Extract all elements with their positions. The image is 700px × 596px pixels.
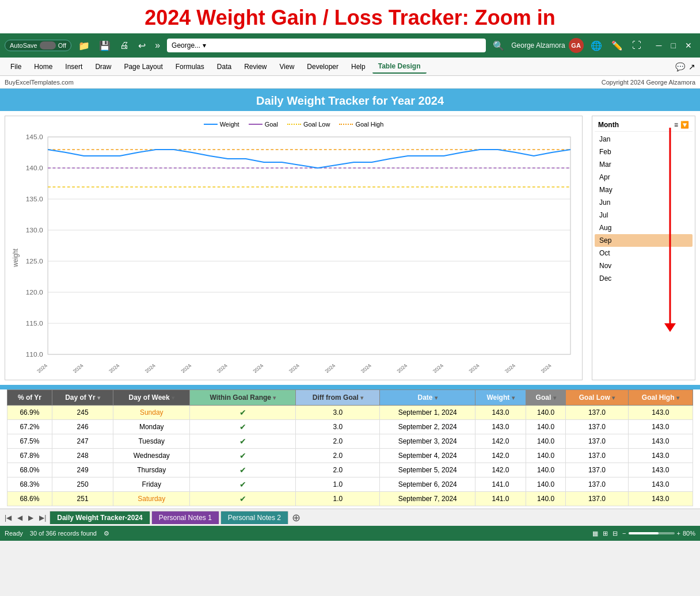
- col-header-date[interactable]: Date ▾: [380, 390, 475, 406]
- month-item-jul[interactable]: Jul: [595, 209, 693, 221]
- month-item-sep[interactable]: Sep: [595, 234, 693, 247]
- sheet-tab-notes2[interactable]: Personal Notes 2: [220, 511, 288, 524]
- col-header-dow[interactable]: Day of Week ▾: [113, 390, 190, 406]
- print-icon[interactable]: 🖨: [117, 39, 131, 52]
- tab-data[interactable]: Data: [211, 60, 237, 73]
- svg-text:135.0: 135.0: [26, 196, 43, 203]
- autosave-badge[interactable]: AutoSave Off: [5, 40, 71, 51]
- cell-weight: 142.0: [475, 449, 526, 463]
- legend-weight: Weight: [204, 121, 239, 128]
- month-item-aug[interactable]: Aug: [595, 221, 693, 234]
- save-icon[interactable]: 💾: [97, 39, 113, 52]
- zoom-minus[interactable]: −: [622, 530, 626, 537]
- cell-diff: 3.0: [296, 420, 380, 434]
- month-item-dec[interactable]: Dec: [595, 272, 693, 285]
- globe-icon[interactable]: 🌐: [588, 39, 604, 52]
- add-sheet-button[interactable]: ⊕: [290, 511, 303, 524]
- month-item-mar[interactable]: Mar: [595, 158, 693, 171]
- cell-within: ✔: [190, 420, 296, 434]
- autosave-label: AutoSave: [10, 42, 37, 49]
- col-header-goal-high[interactable]: Goal High ▾: [628, 390, 693, 406]
- tab-formulas[interactable]: Formulas: [170, 60, 210, 73]
- cell-goal: 140.0: [526, 420, 566, 434]
- data-table: % of Yr Day of Yr ▾ Day of Week ▾ Within…: [7, 389, 693, 506]
- month-item-may[interactable]: May: [595, 184, 693, 196]
- filter-icon[interactable]: 🔽: [680, 121, 689, 129]
- comments-icon[interactable]: 💬: [675, 62, 685, 71]
- sheet-tab-tracker[interactable]: Daily Weight Tracker-2024: [50, 511, 150, 524]
- cell-goal-low: 137.0: [566, 492, 628, 506]
- pen-icon[interactable]: ✏️: [609, 39, 625, 52]
- formula-bar[interactable]: George... ▾: [167, 39, 486, 52]
- col-diff-label: Diff from Goal: [313, 393, 359, 402]
- month-item-jan[interactable]: Jan: [595, 133, 693, 146]
- sort-icon[interactable]: ≡: [674, 121, 678, 129]
- cell-within: ✔: [190, 434, 296, 449]
- cell-within: ✔: [190, 492, 296, 506]
- tab-page-layout[interactable]: Page Layout: [118, 60, 168, 73]
- chart-svg: weight 145.0 140.0 135.0 130.0 125.0: [10, 131, 577, 373]
- legend-goal-high: Goal High: [339, 121, 383, 128]
- view-layout-icon[interactable]: ⊟: [612, 530, 618, 537]
- col-header-weight[interactable]: Weight ▾: [475, 390, 526, 406]
- more-icon[interactable]: »: [153, 39, 162, 52]
- col-header-within[interactable]: Within Goal Range ▾: [190, 390, 296, 406]
- undo-icon[interactable]: ↩: [136, 39, 148, 52]
- tab-home[interactable]: Home: [28, 60, 58, 73]
- tab-file[interactable]: File: [5, 60, 27, 73]
- col-header-diff[interactable]: Diff from Goal ▾: [296, 390, 380, 406]
- search-icon[interactable]: 🔍: [490, 39, 507, 52]
- svg-text:September 15, 2024: September 15, 2024: [261, 363, 300, 373]
- tab-nav-next[interactable]: ▶: [26, 514, 36, 522]
- tab-nav-first[interactable]: |◀: [2, 514, 14, 522]
- sort-day-icon: ▾: [97, 395, 100, 401]
- tab-developer[interactable]: Developer: [301, 60, 344, 73]
- filter-date-icon: ▾: [435, 395, 438, 401]
- tab-view[interactable]: View: [274, 60, 300, 73]
- tab-nav-prev[interactable]: ◀: [15, 514, 25, 522]
- tab-review[interactable]: Review: [238, 60, 272, 73]
- cell-goal-low: 137.0: [566, 463, 628, 477]
- cell-goal: 140.0: [526, 492, 566, 506]
- zoom-plus[interactable]: +: [677, 530, 680, 537]
- folder-icon[interactable]: 📁: [76, 39, 92, 52]
- cell-weight: 141.0: [475, 492, 526, 506]
- col-header-day[interactable]: Day of Yr ▾: [52, 390, 113, 406]
- minimize-button[interactable]: ─: [653, 41, 665, 50]
- tab-help[interactable]: Help: [345, 60, 371, 73]
- tab-table-design[interactable]: Table Design: [372, 60, 427, 74]
- cell-day: 246: [52, 420, 113, 434]
- svg-text:September 21, 2024: September 21, 2024: [369, 363, 409, 373]
- cell-day: 245: [52, 406, 113, 420]
- cell-goal: 140.0: [526, 477, 566, 492]
- month-item-feb[interactable]: Feb: [595, 146, 693, 158]
- info-right: Copyright 2024 George Alzamora: [602, 79, 695, 86]
- col-header-goal-low[interactable]: Goal Low ▾: [566, 390, 628, 406]
- month-item-apr[interactable]: Apr: [595, 171, 693, 184]
- table-row: 67.5% 247 Tuesday ✔ 2.0 September 3, 202…: [7, 434, 693, 449]
- autosave-toggle[interactable]: [40, 41, 56, 49]
- share-icon[interactable]: ↗: [688, 62, 695, 71]
- tab-draw[interactable]: Draw: [89, 60, 117, 73]
- cell-dow: Saturday: [113, 492, 190, 506]
- view-page-icon[interactable]: ⊞: [603, 530, 608, 537]
- filter-weight-icon: ▾: [512, 395, 515, 401]
- month-item-jun[interactable]: Jun: [595, 196, 693, 209]
- zoom-slider[interactable]: [629, 532, 675, 534]
- data-table-wrap: % of Yr Day of Yr ▾ Day of Week ▾ Within…: [0, 389, 700, 509]
- cell-goal-high: 143.0: [628, 449, 693, 463]
- tab-nav-last[interactable]: ▶|: [37, 514, 48, 522]
- user-area: George Alzamora GA: [511, 38, 583, 53]
- col-header-goal[interactable]: Goal ▾: [526, 390, 566, 406]
- sheet-tab-notes1[interactable]: Personal Notes 1: [151, 511, 219, 524]
- restore-button[interactable]: □: [668, 41, 679, 50]
- view-normal-icon[interactable]: ▦: [592, 530, 598, 537]
- fullscreen-icon[interactable]: ⛶: [630, 39, 644, 52]
- close-button[interactable]: ✕: [682, 41, 695, 50]
- filter-diff-icon: ▾: [360, 395, 363, 401]
- month-item-oct[interactable]: Oct: [595, 247, 693, 259]
- svg-text:September 17, 2024: September 17, 2024: [297, 363, 337, 373]
- tab-insert[interactable]: Insert: [59, 60, 88, 73]
- month-item-nov[interactable]: Nov: [595, 259, 693, 272]
- cell-weight: 143.0: [475, 406, 526, 420]
